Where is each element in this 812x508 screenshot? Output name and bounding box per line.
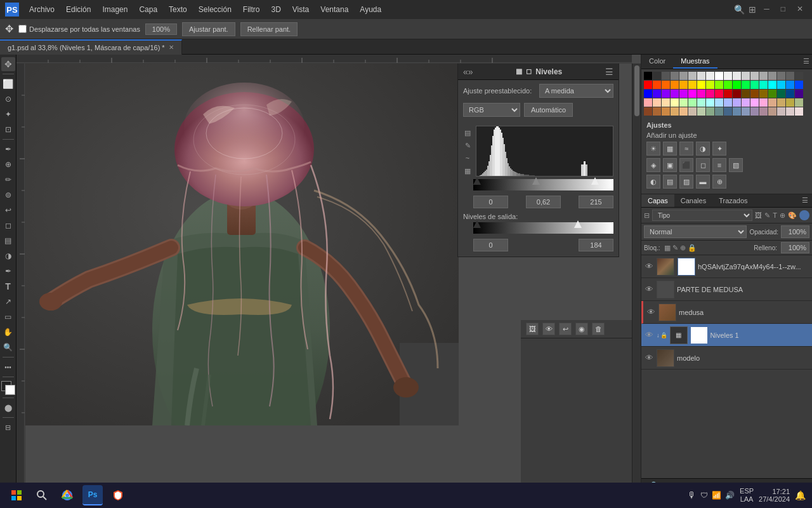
filter-btn5[interactable]: 🎨 [788,211,797,220]
output-white-input[interactable] [579,239,613,251]
menu-3d[interactable]: 3D [266,3,285,16]
swatch-dark-purple[interactable] [795,90,803,98]
path-select-tool[interactable]: ↗ [1,295,15,309]
lock-position-icon[interactable]: ✎ [672,244,678,252]
layer-eye-hqsal[interactable]: 👁 [644,262,654,272]
swatch-indigo[interactable] [653,90,661,98]
swatch-silver[interactable] [750,72,759,80]
smooth-icon[interactable]: ~ [463,154,472,163]
taskbar-search[interactable] [32,485,52,505]
swatch-maroon[interactable] [733,90,741,98]
white-point-slider[interactable] [591,177,599,185]
undo-icon[interactable]: ↩ [559,323,572,335]
swatch-khaki[interactable] [777,98,785,107]
output-black-slider[interactable] [473,220,481,228]
move-tool[interactable]: ✥ [1,57,15,71]
swatch-yellow-green[interactable] [706,81,714,89]
start-button[interactable] [6,485,27,505]
menu-imagen[interactable]: Imagen [97,3,133,16]
search-icon[interactable]: 🔍 [734,4,745,15]
swatch-beige[interactable] [688,107,697,116]
layer-row-hqsal[interactable]: 👁 hQSAlvtjZa97qAxM4y64--1--zw... [641,255,812,278]
levels-adj-icon[interactable]: ▦ [663,142,677,156]
delete-icon[interactable]: 🗑 [592,323,605,335]
channel-dropdown[interactable]: RGB [463,103,520,117]
minimize-btn[interactable]: ─ [760,4,773,15]
fill-input[interactable] [781,242,809,253]
color-balance-icon[interactable]: ▣ [663,158,677,172]
quick-select-tool[interactable]: ✦ [1,107,15,121]
gradient-map-icon[interactable]: ▬ [696,175,710,189]
levels-icon[interactable]: ▤ [463,128,472,137]
swatch-hot-pink[interactable] [697,90,705,98]
swatch-mid-gray[interactable] [671,72,679,80]
threshold-icon[interactable]: ▨ [679,175,693,189]
swatch-lilac[interactable] [742,98,750,107]
output-black-input[interactable] [473,239,508,251]
curves-icon[interactable]: ≈ [679,142,693,156]
document-tab[interactable]: g1.psd al 33,8% (Niveles 1, Máscara de c… [0,39,182,55]
dodge-tool[interactable]: ◑ [1,249,15,263]
lasso-tool[interactable]: ⊙ [1,92,15,106]
swatch-red-orange[interactable] [653,81,661,89]
ajustar-pant-button[interactable]: Ajustar pant. [182,22,235,36]
layer-eye-niveles[interactable]: 👁 [644,330,654,340]
swatch-sand[interactable] [671,107,679,116]
swatch-pure-blue[interactable] [644,90,652,98]
swatch-yellow[interactable] [697,81,705,89]
swatch-light-blush[interactable] [786,107,794,116]
swatch-mauve[interactable] [759,107,768,116]
layer-row-medusa[interactable]: 👁 medusa [641,301,812,324]
eye2-icon[interactable]: ◉ [575,323,588,335]
swatch-russet[interactable] [644,107,652,116]
color-panel-menu[interactable]: ☰ [801,55,812,69]
swatch-light-2[interactable] [742,72,750,80]
menu-capa[interactable]: Capa [134,3,162,16]
swatch-violet[interactable] [662,90,670,98]
white-point-input[interactable] [579,196,613,208]
swatch-orange2[interactable] [671,81,679,89]
brightness-icon[interactable]: ☀ [646,142,660,156]
menu-edicion[interactable]: Edición [61,3,96,16]
swatch-sky[interactable] [777,81,785,89]
healing-tool[interactable]: ⊕ [1,157,15,171]
swatch-lavender[interactable] [733,98,741,107]
swatch-olive-brown[interactable] [759,90,768,98]
swatch-copper[interactable] [662,107,670,116]
swatch-dark-1[interactable] [768,72,776,80]
swatch-light-pink[interactable] [644,98,652,107]
blend-mode-dropdown[interactable]: Normal [644,225,747,238]
lock-all-icon[interactable]: 🔒 [688,244,697,252]
rectangle-tool[interactable]: ▭ [1,310,15,324]
sample-point[interactable]: ▦ [463,166,472,175]
layer-eye-modelo[interactable]: 👁 [644,353,654,363]
swatch-off-white[interactable] [724,72,732,80]
vertical-scroll-thumb[interactable] [634,65,639,116]
tab-close-btn[interactable]: ✕ [169,44,174,51]
swatch-blue[interactable] [795,81,803,89]
network-icon[interactable]: 📶 [712,491,721,500]
hsl-icon[interactable]: ◈ [646,158,660,172]
clock[interactable]: 17:21 27/4/2024 [759,488,790,503]
swatch-mustard[interactable] [786,98,794,107]
midtone-input[interactable] [526,196,561,208]
bw-icon[interactable]: ⬛ [679,158,693,172]
channel-mixer-icon[interactable]: ≡ [712,158,726,172]
swatch-lime[interactable] [715,81,723,89]
swatch-navy[interactable] [786,90,794,98]
hand-tool[interactable]: ✋ [1,325,15,339]
canvas-image[interactable] [25,64,459,425]
swatch-light-magenta[interactable] [750,98,759,107]
layer-eye-medusa[interactable]: 👁 [646,307,656,318]
language-indicator[interactable]: ESP LAA [740,487,754,504]
color-tab[interactable]: Color [641,55,673,69]
filter-btn2[interactable]: ✎ [764,211,770,220]
swatch-blush[interactable] [777,107,785,116]
maximize-btn[interactable]: □ [777,4,789,15]
mic-icon[interactable]: 🎙 [688,490,697,500]
layer-row-modelo[interactable]: 👁 modelo [641,347,812,370]
zoom-tool[interactable]: 🔍 [1,340,15,354]
swatch-gray[interactable] [662,72,670,80]
swatch-dark-2[interactable] [777,72,785,80]
eyedropper-tool[interactable]: ✒ [1,142,15,156]
